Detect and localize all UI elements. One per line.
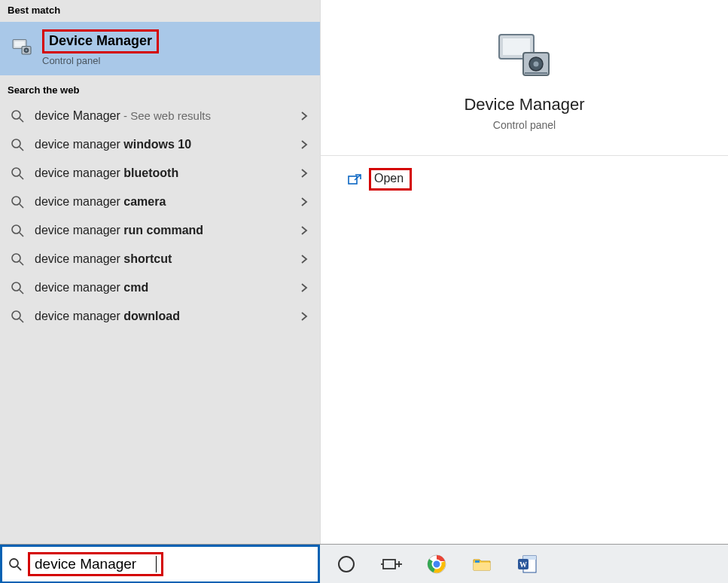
search-icon	[11, 138, 24, 151]
svg-line-16	[20, 261, 23, 265]
best-match-subtitle: Control panel	[42, 55, 159, 66]
svg-point-13	[12, 225, 20, 234]
file-explorer-button[interactable]	[469, 551, 495, 577]
search-icon	[8, 557, 22, 571]
web-result-item[interactable]: device manager windows 10	[0, 130, 320, 159]
web-result-label: device manager run command	[35, 224, 288, 237]
web-results-list: device Manager - See web resultsdevice m…	[0, 102, 320, 331]
word-button[interactable]: W	[514, 551, 540, 577]
open-label: Open	[374, 172, 404, 185]
highlight-best-match: Device Manager	[42, 29, 159, 53]
search-input[interactable]	[35, 556, 155, 572]
details-subtitle: Control panel	[493, 119, 556, 131]
chevron-right-icon	[299, 139, 309, 150]
word-icon: W	[516, 554, 538, 575]
svg-point-5	[12, 111, 20, 119]
highlight-search-input	[28, 552, 163, 576]
svg-point-4	[26, 50, 27, 51]
web-result-label: device manager shortcut	[35, 252, 288, 266]
web-result-item[interactable]: device manager shortcut	[0, 245, 320, 273]
web-result-label: device manager camera	[35, 195, 288, 209]
chrome-button[interactable]	[424, 551, 449, 577]
svg-rect-30	[383, 560, 395, 569]
task-view-button[interactable]	[379, 551, 404, 577]
svg-line-14	[20, 233, 23, 237]
web-result-item[interactable]: device manager bluetooth	[0, 159, 320, 188]
device-manager-icon	[11, 36, 33, 59]
chevron-right-icon	[299, 197, 309, 207]
taskbar: W	[0, 544, 728, 583]
chevron-right-icon	[299, 282, 309, 293]
search-icon	[11, 281, 24, 295]
chevron-right-icon	[299, 111, 309, 121]
web-result-item[interactable]: device manager cmd	[0, 273, 320, 302]
svg-point-19	[12, 311, 20, 319]
web-result-label: device manager windows 10	[35, 138, 288, 151]
web-result-item[interactable]: device manager run command	[0, 216, 320, 245]
web-result-item[interactable]: device manager download	[0, 302, 320, 331]
search-icon	[11, 310, 24, 323]
svg-rect-36	[474, 563, 490, 570]
svg-point-11	[12, 197, 20, 205]
chevron-right-icon	[299, 254, 309, 264]
search-icon	[11, 109, 24, 123]
svg-point-9	[12, 168, 20, 176]
svg-rect-37	[475, 560, 480, 563]
svg-line-10	[20, 176, 23, 179]
task-view-icon	[381, 554, 402, 575]
search-icon	[11, 252, 24, 266]
svg-point-15	[12, 254, 20, 262]
search-results-pane: Best match Device Manager Control	[0, 0, 320, 544]
chevron-right-icon	[299, 225, 309, 236]
open-action[interactable]: Open	[321, 156, 728, 203]
svg-line-18	[20, 290, 23, 294]
cortana-icon	[338, 556, 355, 572]
svg-point-28	[10, 559, 18, 567]
taskbar-search-box[interactable]	[0, 545, 320, 584]
svg-rect-26	[525, 72, 547, 74]
highlight-open: Open	[369, 168, 412, 191]
web-result-item[interactable]: device manager camera	[0, 188, 320, 216]
text-caret	[156, 556, 157, 572]
best-match-header: Best match	[0, 0, 320, 22]
web-result-label: device manager download	[35, 310, 288, 323]
chrome-icon	[426, 554, 447, 575]
file-explorer-icon	[471, 554, 492, 575]
open-external-icon	[348, 173, 361, 185]
svg-line-29	[17, 566, 21, 570]
web-result-item[interactable]: device Manager - See web results	[0, 102, 320, 130]
details-pane: Device Manager Control panel Open	[320, 0, 728, 544]
details-title: Device Manager	[464, 95, 584, 114]
svg-text:W: W	[519, 560, 527, 569]
search-web-header: Search the web	[0, 75, 320, 102]
chevron-right-icon	[299, 168, 309, 179]
svg-line-6	[20, 118, 23, 122]
svg-rect-27	[349, 176, 357, 184]
svg-point-25	[533, 62, 538, 67]
svg-point-7	[12, 139, 20, 148]
web-result-label: device Manager - See web results	[35, 109, 288, 123]
chevron-right-icon	[299, 311, 309, 322]
best-match-item[interactable]: Device Manager Control panel	[0, 22, 320, 75]
search-icon	[11, 195, 24, 209]
device-manager-icon	[495, 30, 555, 83]
web-result-label: device manager bluetooth	[35, 166, 288, 180]
best-match-title: Device Manager	[49, 33, 152, 48]
svg-line-20	[20, 319, 23, 322]
cortana-button[interactable]	[334, 551, 359, 577]
svg-line-12	[20, 204, 23, 208]
search-icon	[11, 166, 24, 180]
web-result-label: device manager cmd	[35, 281, 288, 295]
svg-point-35	[433, 560, 441, 568]
search-icon	[11, 224, 24, 237]
svg-point-17	[12, 282, 20, 291]
svg-line-8	[20, 147, 23, 151]
